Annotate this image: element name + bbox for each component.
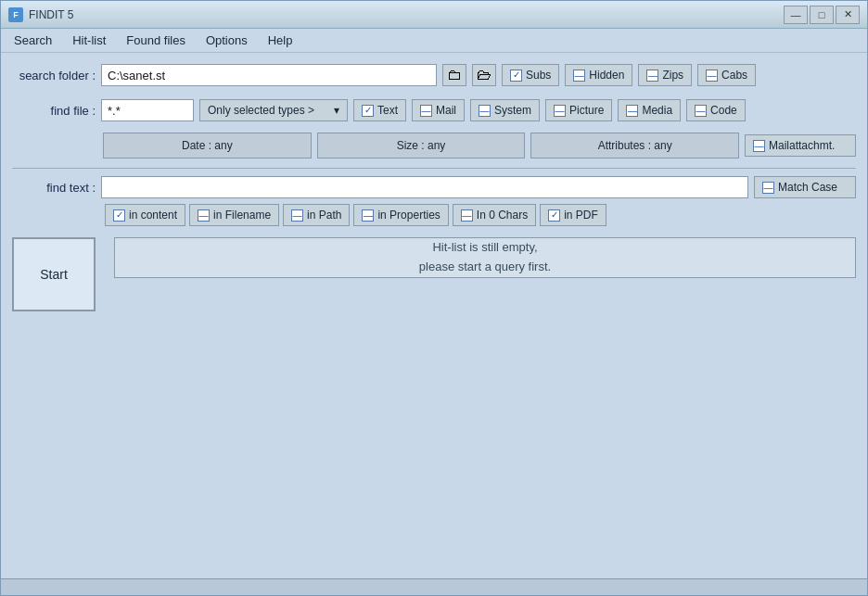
in-filename-button[interactable]: — in Filename: [189, 204, 279, 226]
mailattachmt-checkbox-icon: —: [753, 140, 765, 152]
mailattachmt-button[interactable]: — Mailattachmt.: [745, 134, 856, 157]
browse-folder-button[interactable]: 🗁: [472, 64, 496, 86]
bottom-area: Start Hit-list is still empty, please st…: [12, 232, 856, 571]
open-folder-button[interactable]: 🗀: [442, 64, 466, 86]
in-pdf-checkbox-icon: [548, 209, 560, 222]
picture-checkbox-icon: —: [554, 105, 566, 117]
code-button[interactable]: — Code: [686, 99, 746, 121]
search-folder-input[interactable]: [101, 64, 437, 86]
date-size-attr-row: Date : any Size : any Attributes : any —…: [12, 131, 856, 160]
in-filename-checkbox-icon: —: [198, 209, 210, 222]
hidden-checkbox-icon: —: [573, 70, 585, 82]
subs-checkbox-icon: [510, 70, 522, 82]
find-text-input[interactable]: [101, 176, 748, 198]
cabs-checkbox-icon: —: [706, 70, 718, 82]
menu-options[interactable]: Options: [197, 31, 257, 50]
minimize-button[interactable]: —: [784, 6, 808, 24]
title-bar: F FINDIT 5 — □ ✕: [1, 1, 867, 29]
media-button[interactable]: — Media: [618, 99, 681, 121]
in-content-checkbox-icon: [113, 209, 125, 222]
main-window: F FINDIT 5 — □ ✕ Search Hit-list Found f…: [0, 0, 868, 596]
hidden-button[interactable]: — Hidden: [565, 64, 632, 86]
window-controls: — □ ✕: [784, 6, 860, 24]
size-button[interactable]: Size : any: [317, 133, 526, 159]
start-button[interactable]: Start: [12, 237, 96, 311]
search-folder-row: search folder : 🗀 🗁 Subs — Hidden — Zips…: [12, 60, 856, 90]
text-button[interactable]: Text: [353, 99, 406, 121]
in-0-chars-button[interactable]: — In 0 Chars: [453, 204, 536, 226]
menu-bar: Search Hit-list Found files Options Help: [1, 29, 867, 53]
find-file-label: find file :: [12, 104, 96, 118]
in-content-button[interactable]: in content: [105, 204, 185, 226]
menu-found-files[interactable]: Found files: [117, 31, 195, 50]
date-button[interactable]: Date : any: [103, 133, 312, 159]
close-button[interactable]: ✕: [836, 6, 860, 24]
text-checkbox-icon: [362, 105, 374, 117]
match-case-button[interactable]: — Match Case: [754, 176, 856, 198]
picture-button[interactable]: — Picture: [545, 99, 612, 121]
menu-hitlist[interactable]: Hit-list: [63, 31, 115, 50]
find-text-label: find text :: [12, 181, 96, 195]
in-properties-button[interactable]: — in Properties: [353, 204, 448, 226]
zips-checkbox-icon: —: [646, 70, 658, 82]
mail-checkbox-icon: —: [420, 105, 432, 117]
in-path-checkbox-icon: —: [291, 209, 303, 222]
content-area: search folder : 🗀 🗁 Subs — Hidden — Zips…: [1, 53, 867, 578]
match-case-checkbox-icon: —: [762, 182, 774, 194]
results-empty-message: Hit-list is still empty, please start a …: [419, 238, 551, 277]
cabs-button[interactable]: — Cabs: [697, 64, 756, 86]
system-button[interactable]: — System: [470, 99, 540, 121]
code-checkbox-icon: —: [695, 105, 707, 117]
menu-help[interactable]: Help: [259, 31, 302, 50]
status-bar: [1, 578, 867, 595]
in-path-button[interactable]: — in Path: [283, 204, 350, 226]
in-pdf-button[interactable]: in PDF: [540, 204, 606, 226]
menu-search[interactable]: Search: [5, 31, 61, 50]
results-area: Hit-list is still empty, please start a …: [114, 237, 856, 278]
file-type-dropdown[interactable]: Only selected types > ▾: [199, 99, 348, 121]
media-checkbox-icon: —: [626, 105, 638, 117]
title-bar-left: F FINDIT 5: [8, 7, 73, 22]
mail-button[interactable]: — Mail: [412, 99, 465, 121]
find-file-row: find file : Only selected types > ▾ Text…: [12, 95, 856, 125]
system-checkbox-icon: —: [479, 105, 491, 117]
separator: [12, 168, 856, 169]
in-0-chars-checkbox-icon: —: [461, 209, 473, 222]
attributes-button[interactable]: Attributes : any: [530, 133, 739, 159]
dropdown-arrow-icon: ▾: [334, 104, 339, 117]
search-options-row: in content — in Filename — in Path — in …: [12, 204, 856, 226]
subs-button[interactable]: Subs: [502, 64, 559, 86]
window-title: FINDIT 5: [29, 8, 73, 21]
maximize-button[interactable]: □: [810, 6, 834, 24]
in-properties-checkbox-icon: —: [362, 209, 374, 222]
app-icon: F: [8, 7, 23, 22]
find-file-input[interactable]: [101, 99, 194, 121]
search-folder-label: search folder :: [12, 69, 96, 82]
zips-button[interactable]: — Zips: [638, 64, 692, 86]
find-text-row: find text : — Match Case: [12, 176, 856, 198]
